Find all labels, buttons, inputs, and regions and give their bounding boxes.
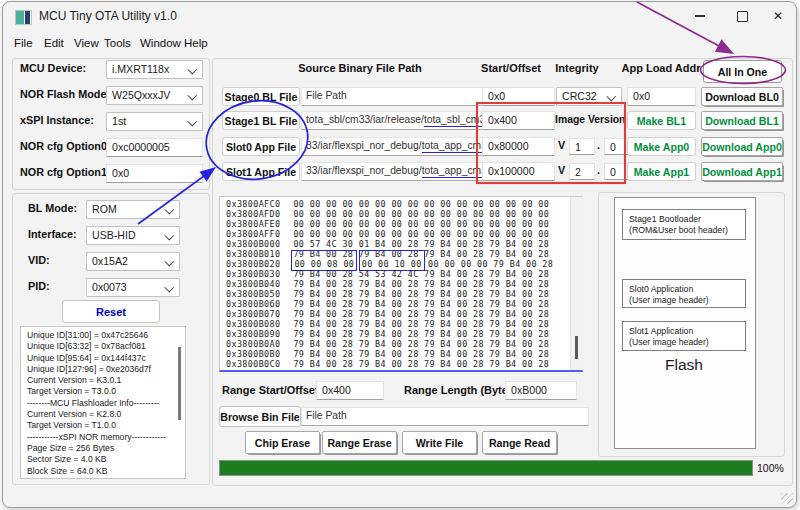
- pid-select[interactable]: 0x0073: [86, 278, 180, 297]
- flash-label: Flash: [614, 356, 754, 374]
- app-load-addr-header: App Load Addr: [620, 62, 702, 74]
- stage1-bl-file-button[interactable]: Stage1 BL File: [222, 111, 300, 130]
- slot1-version-major-input[interactable]: 2: [569, 163, 595, 180]
- download-app0-button[interactable]: Download App0: [701, 137, 783, 156]
- make-app1-button[interactable]: Make App1: [627, 162, 696, 181]
- stage1-bl-path-field[interactable]: tota_sbl/cm33/iar/release/tota_sbl_cm33.…: [301, 111, 484, 130]
- pid-label: PID:: [28, 278, 50, 295]
- nor-cfg-option0-label: NOR cfg Option0:: [20, 138, 111, 155]
- info-line: Block Size = 64.0 KB: [27, 466, 183, 477]
- slot1-app-path-field[interactable]: 33/iar/flexspi_nor_debug/tota_app_cm33.b…: [301, 162, 484, 181]
- nor-flash-model-label: NOR Flash Model:: [20, 86, 113, 103]
- range-length-input[interactable]: 0xB000: [505, 381, 577, 400]
- app-icon: [15, 10, 32, 25]
- minimize-icon: [695, 15, 705, 16]
- image-version-label: Image Version: [555, 111, 625, 128]
- info-line: Sector Size = 4.0 KB: [27, 454, 183, 465]
- info-line: Target Version = T1.0.0: [27, 420, 183, 431]
- menu-tools[interactable]: Tools: [104, 34, 131, 52]
- minimize-button[interactable]: [686, 6, 714, 26]
- make-bl1-button[interactable]: Make BL1: [627, 111, 696, 130]
- stage0-load-addr-input[interactable]: 0x0: [627, 87, 696, 106]
- close-button[interactable]: ✕: [764, 6, 792, 26]
- stage1-offset-input[interactable]: 0x400: [482, 111, 555, 130]
- make-app0-button[interactable]: Make App0: [627, 137, 696, 156]
- browse-path-field[interactable]: File Path: [301, 407, 589, 426]
- download-bl0-button[interactable]: Download BL0: [701, 87, 783, 106]
- maximize-button[interactable]: [728, 6, 756, 26]
- vid-select[interactable]: 0x15A2: [86, 252, 180, 271]
- interface-label: Interface:: [28, 226, 77, 243]
- slot0-app-path-field[interactable]: 33/iar/flexspi_nor_debug/tota_app_cm33.b…: [301, 137, 484, 156]
- uid-info-box[interactable]: Unique ID[31:00] = 0x47c25646Unique ID[6…: [20, 326, 186, 479]
- info-line: Target Version = T3.0.0: [27, 386, 183, 397]
- stage0-bl-file-button[interactable]: Stage0 BL File: [222, 87, 300, 106]
- window-title: MCU Tiny OTA Utility v1.0: [39, 9, 177, 23]
- slot0-version-prefix: V: [558, 137, 565, 154]
- maximize-icon: [737, 11, 748, 22]
- menu-edit[interactable]: Edit: [44, 34, 64, 52]
- slot0-version-major-input[interactable]: 1: [569, 138, 595, 155]
- info-line: Page Size = 256 Bytes: [27, 443, 183, 454]
- stage0-bl-path-field[interactable]: File Path: [301, 87, 484, 106]
- range-erase-button[interactable]: Range Erase: [322, 431, 397, 454]
- bl-mode-select[interactable]: ROM: [86, 200, 180, 219]
- mcu-device-select[interactable]: i.MXRT118x: [106, 60, 203, 79]
- vid-label: VID:: [28, 252, 50, 269]
- info-line: Unique ID[63:32] = 0x78acf081: [27, 341, 183, 352]
- slot0-offset-input[interactable]: 0x80000: [482, 137, 555, 156]
- all-in-one-button[interactable]: All In One: [703, 60, 782, 83]
- mcu-device-label: MCU Device:: [20, 60, 86, 77]
- info-line: Unique ID[31:00] = 0x47c25646: [27, 330, 183, 341]
- progress-bar: [219, 460, 753, 476]
- progress-percent: 100%: [757, 462, 784, 474]
- xspi-instance-select[interactable]: 1st: [106, 112, 203, 131]
- progress-fill: [220, 461, 752, 475]
- info-line: Unique ID[127:96] = 0xe2036d7f: [27, 364, 183, 375]
- slot1-version-dot: .: [597, 162, 600, 179]
- info-scrollbar-thumb[interactable]: [178, 347, 181, 420]
- write-file-button[interactable]: Write File: [402, 431, 477, 454]
- nor-flash-model-select[interactable]: W25QxxxJV: [106, 86, 203, 105]
- slot1-version-prefix: V: [558, 162, 565, 179]
- hex-viewer[interactable]: 0x3800AFC000 00 00 00 00 00 00 00 00 00 …: [219, 196, 583, 372]
- range-start-label: Range Start/Offset:: [222, 382, 322, 399]
- nor-cfg-option1-input[interactable]: 0x0: [106, 164, 203, 183]
- hex-scrollbar-thumb[interactable]: [575, 336, 578, 359]
- nor-cfg-option0-input[interactable]: 0xc0000005: [106, 138, 203, 157]
- chip-erase-button[interactable]: Chip Erase: [245, 431, 320, 454]
- download-app1-button[interactable]: Download App1: [701, 162, 783, 181]
- menu-file[interactable]: File: [14, 34, 33, 52]
- info-line: --------MCU Flashloader Info---------: [27, 398, 183, 409]
- integrity-select[interactable]: CRC32: [556, 87, 622, 106]
- xspi-instance-label: xSPI Instance:: [20, 112, 94, 129]
- menu-view[interactable]: View: [74, 34, 99, 52]
- reset-button[interactable]: Reset: [62, 300, 160, 323]
- info-line: Current Version = K2.8.0: [27, 409, 183, 420]
- source-path-header: Source Binary File Path: [270, 62, 450, 74]
- slot1-application-block: Slot1 Application (User image header): [622, 321, 746, 351]
- slot0-version-dot: .: [597, 137, 600, 154]
- menu-help[interactable]: Help: [184, 34, 208, 52]
- info-line: Unique ID[95:64] = 0x144f437c: [27, 353, 183, 364]
- range-read-button[interactable]: Range Read: [482, 431, 557, 454]
- bl-mode-label: BL Mode:: [28, 200, 77, 217]
- download-bl1-button[interactable]: Download BL1: [701, 111, 783, 130]
- info-line: -----------xSPI NOR memory------------: [27, 432, 183, 443]
- stage1-bootloader-block: Stage1 Bootloader (ROM&User boot header): [622, 209, 746, 240]
- hex-rows: 0x3800AFC000 00 00 00 00 00 00 00 00 00 …: [226, 199, 582, 372]
- slot1-offset-input[interactable]: 0x100000: [482, 162, 555, 181]
- nor-cfg-option1-label: NOR cfg Option1:: [20, 164, 111, 181]
- close-icon: ✕: [773, 10, 783, 22]
- slot1-app-file-button[interactable]: Slot1 App File: [222, 162, 300, 181]
- browse-bin-file-button[interactable]: Browse Bin File: [219, 406, 301, 427]
- stage0-offset-input[interactable]: 0x0: [482, 87, 555, 106]
- range-start-input[interactable]: 0x400: [316, 381, 384, 400]
- info-line: Current Version = K3.0.1: [27, 375, 183, 386]
- range-length-label: Range Length (Byte):: [404, 382, 515, 399]
- menu-window[interactable]: Window: [140, 34, 181, 52]
- integrity-header: Integrity: [542, 62, 612, 74]
- slot0-app-file-button[interactable]: Slot0 App File: [222, 137, 300, 156]
- resize-grip[interactable]: [781, 493, 793, 504]
- interface-select[interactable]: USB-HID: [86, 226, 180, 245]
